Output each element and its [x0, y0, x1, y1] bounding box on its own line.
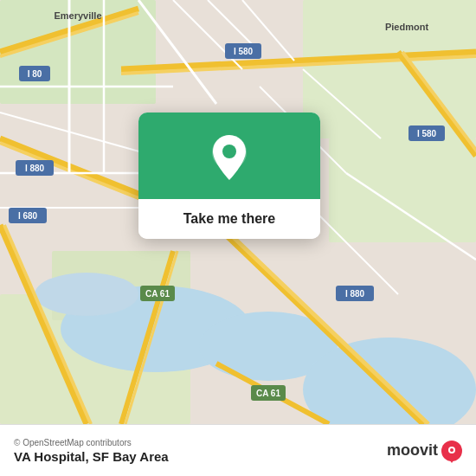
- svg-line-20: [0, 225, 87, 424]
- svg-text:I 580: I 580: [417, 129, 437, 138]
- svg-text:I 880: I 880: [345, 289, 365, 299]
- card-icon-area: [138, 113, 320, 199]
- svg-line-10: [0, 9, 138, 52]
- map-attribution: © OpenStreetMap contributors: [14, 438, 169, 447]
- svg-text:Emeryville: Emeryville: [54, 10, 101, 21]
- svg-point-9: [35, 273, 138, 316]
- take-me-there-button[interactable]: Take me there: [138, 199, 320, 239]
- svg-rect-39: [19, 66, 50, 81]
- svg-rect-2: [303, 0, 476, 138]
- moovit-logo: moovit: [387, 441, 462, 461]
- svg-text:CA 61: CA 61: [145, 289, 170, 299]
- svg-text:I 80: I 80: [28, 69, 42, 79]
- svg-point-8: [303, 338, 476, 424]
- svg-line-12: [121, 52, 476, 69]
- svg-line-32: [242, 0, 294, 61]
- bottom-left-info: © OpenStreetMap contributors VA Hospital…: [14, 438, 169, 464]
- svg-rect-49: [9, 208, 47, 223]
- svg-rect-41: [225, 43, 261, 59]
- svg-rect-53: [251, 385, 286, 401]
- svg-line-11: [0, 13, 138, 56]
- svg-point-7: [199, 312, 338, 381]
- svg-rect-4: [0, 294, 190, 424]
- svg-line-23: [125, 251, 177, 424]
- svg-line-13: [121, 56, 476, 74]
- moovit-dot-icon: [441, 441, 462, 461]
- svg-text:CA 61: CA 61: [256, 389, 280, 398]
- bottom-bar: © OpenStreetMap contributors VA Hospital…: [0, 424, 476, 476]
- svg-rect-5: [52, 251, 190, 320]
- svg-rect-1: [0, 0, 156, 104]
- svg-text:I 680: I 680: [18, 211, 38, 221]
- moovit-text: moovit: [387, 441, 438, 460]
- location-title: VA Hospital, SF Bay Area: [14, 449, 169, 464]
- location-card: Take me there: [138, 113, 320, 239]
- location-pin-icon: [209, 133, 250, 182]
- svg-line-37: [346, 173, 476, 260]
- svg-line-29: [138, 0, 216, 104]
- svg-line-14: [398, 52, 476, 156]
- svg-point-60: [450, 448, 453, 452]
- svg-rect-47: [336, 286, 374, 301]
- svg-rect-45: [16, 160, 54, 176]
- svg-line-21: [4, 225, 91, 424]
- svg-text:I 580: I 580: [234, 47, 254, 56]
- svg-line-15: [402, 52, 476, 156]
- svg-text:I 880: I 880: [25, 164, 45, 173]
- svg-point-6: [61, 286, 251, 372]
- svg-line-30: [173, 0, 242, 69]
- svg-line-17: [221, 225, 428, 424]
- svg-text:Piedmont: Piedmont: [385, 22, 428, 32]
- svg-line-31: [208, 0, 260, 52]
- svg-rect-43: [408, 125, 445, 141]
- svg-line-16: [216, 225, 424, 424]
- svg-line-22: [121, 251, 173, 424]
- svg-line-24: [216, 363, 329, 424]
- svg-rect-3: [329, 138, 476, 242]
- svg-point-58: [222, 145, 236, 158]
- svg-rect-51: [140, 286, 175, 301]
